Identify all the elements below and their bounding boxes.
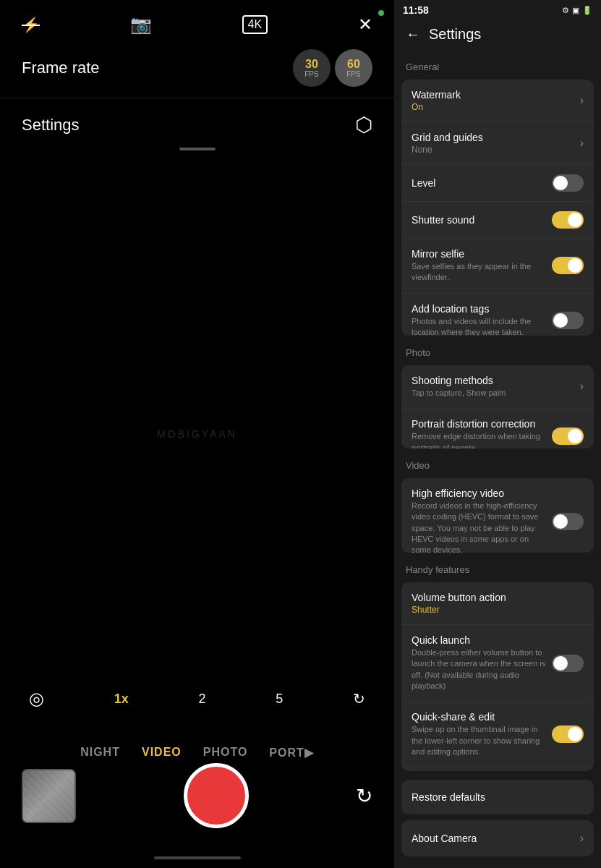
location-tags-info: Add location tags Photos and videos will…: [412, 303, 552, 336]
watermark-name: Watermark: [412, 89, 574, 101]
section-handy-label: Handy features: [394, 556, 601, 579]
signal-icon: ▣: [572, 6, 579, 15]
quick-share-item[interactable]: Quick-share & edit Swipe up on the thumb…: [401, 702, 594, 767]
frame-rate-label: Frame rate: [22, 59, 100, 77]
flip-camera-icon[interactable]: 📷: [130, 14, 152, 35]
shutter-sound-toggle-knob: [568, 213, 582, 227]
settings-status-icon: ⚙: [562, 6, 569, 15]
quick-share-toggle-knob: [568, 727, 582, 741]
quick-share-info: Quick-share & edit Swipe up on the thumb…: [412, 711, 552, 757]
mirror-selfie-toggle[interactable]: [552, 257, 584, 274]
volume-button-item[interactable]: Volume button action Shutter: [401, 582, 594, 625]
status-icons: ⚙ ▣ 🔋: [562, 6, 592, 15]
flip-icon[interactable]: ↻: [353, 690, 365, 707]
camera-flip-icon[interactable]: ↻: [356, 784, 372, 808]
mode-photo[interactable]: PHOTO: [203, 746, 248, 760]
drag-handle: [179, 148, 216, 150]
zoom-1x[interactable]: 1x: [114, 692, 129, 707]
quick-launch-info: Quick launch Double-press either volume …: [412, 634, 552, 692]
watermark-chevron: ›: [580, 94, 584, 107]
watermark-item[interactable]: Watermark On ›: [401, 80, 594, 122]
level-item[interactable]: Level: [401, 165, 594, 202]
video-card: High efficiency video Record videos in t…: [401, 478, 594, 553]
zoom-2x[interactable]: 2: [199, 692, 206, 707]
handy-card: Volume button action Shutter Quick launc…: [401, 582, 594, 771]
mode-video[interactable]: VIDEO: [142, 746, 182, 760]
high-efficiency-desc: Record videos in the high-efficiency vid…: [412, 501, 546, 553]
back-button[interactable]: ←: [406, 26, 420, 43]
mirror-selfie-name: Mirror selfie: [412, 248, 546, 260]
camera-top-bar: ⚡ 📷 4K ✕: [0, 0, 394, 42]
mode-night[interactable]: NIGHT: [80, 746, 120, 760]
restore-defaults-item[interactable]: Restore defaults: [401, 780, 594, 814]
high-efficiency-toggle-knob: [553, 514, 568, 529]
high-efficiency-toggle[interactable]: [552, 513, 584, 530]
restore-defaults-card[interactable]: Restore defaults: [401, 780, 594, 814]
grid-guides-info: Grid and guides None: [412, 132, 580, 155]
shutter-sound-info: Shutter sound: [412, 214, 552, 226]
camera-panel: ⚡ 📷 4K ✕ Frame rate 30 FPS 60 FPS Settin…: [0, 0, 394, 868]
high-efficiency-item[interactable]: High efficiency video Record videos in t…: [401, 478, 594, 553]
general-card: Watermark On › Grid and guides None › Le…: [401, 80, 594, 336]
fps-30-unit: FPS: [304, 70, 318, 78]
mode-portrait[interactable]: PORT▶: [269, 746, 313, 760]
restore-defaults-label: Restore defaults: [412, 791, 485, 803]
mirror-selfie-item[interactable]: Mirror selfie Save selfies as they appea…: [401, 239, 594, 294]
grid-guides-value: None: [412, 145, 574, 155]
shutter-sound-item[interactable]: Shutter sound: [401, 202, 594, 239]
photo-card: Shooting methods Tap to capture, Show pa…: [401, 365, 594, 448]
portrait-distortion-toggle[interactable]: [552, 427, 584, 445]
shooting-methods-chevron: ›: [580, 380, 584, 393]
dirty-lens-item[interactable]: Show dirty lens warning: [401, 768, 594, 771]
shooting-methods-item[interactable]: Shooting methods Tap to capture, Show pa…: [401, 365, 594, 409]
quick-launch-desc: Double-press either volume button to lau…: [412, 647, 546, 692]
status-time: 11:58: [403, 4, 429, 16]
about-camera-item[interactable]: About Camera ›: [401, 820, 594, 856]
quick-launch-toggle-knob: [553, 656, 568, 671]
portrait-distortion-info: Portrait distortion correction Remove ed…: [412, 418, 552, 448]
shutter-sound-toggle[interactable]: [552, 211, 584, 229]
fps-30-value: 30: [305, 59, 318, 70]
about-camera-card[interactable]: About Camera ›: [401, 820, 594, 856]
grid-guides-name: Grid and guides: [412, 132, 574, 143]
about-camera-label: About Camera: [412, 833, 477, 844]
quick-launch-toggle[interactable]: [552, 655, 584, 672]
location-tags-toggle-knob: [553, 313, 568, 328]
shooting-methods-info: Shooting methods Tap to capture, Show pa…: [412, 375, 580, 399]
portrait-distortion-toggle-knob: [568, 429, 582, 443]
fps-60-button[interactable]: 60 FPS: [335, 49, 372, 87]
quick-launch-name: Quick launch: [412, 634, 546, 646]
camera-controls: ↻: [0, 763, 394, 828]
grid-guides-item[interactable]: Grid and guides None ›: [401, 122, 594, 165]
battery-icon: 🔋: [582, 6, 592, 15]
settings-gear-icon[interactable]: ⬡: [355, 113, 372, 137]
grid-guides-chevron: ›: [580, 137, 584, 150]
location-tags-desc: Photos and videos will include the locat…: [412, 316, 546, 336]
thumbnail[interactable]: [22, 769, 76, 823]
level-toggle[interactable]: [552, 174, 584, 192]
watermark: MOBIGYAAN: [157, 428, 237, 440]
close-icon[interactable]: ✕: [358, 14, 372, 35]
location-tags-toggle[interactable]: [552, 312, 584, 329]
fps-30-button[interactable]: 30 FPS: [293, 49, 331, 87]
settings-label: Settings: [22, 116, 80, 135]
quick-launch-item[interactable]: Quick launch Double-press either volume …: [401, 625, 594, 702]
zoom-5x[interactable]: 5: [276, 692, 283, 707]
fps-60-value: 60: [347, 59, 360, 70]
mirror-selfie-desc: Save selfies as they appear in the viewf…: [412, 261, 546, 284]
about-camera-chevron: ›: [580, 832, 584, 845]
location-tags-item[interactable]: Add location tags Photos and videos will…: [401, 294, 594, 336]
mirror-selfie-info: Mirror selfie Save selfies as they appea…: [412, 248, 552, 284]
portrait-distortion-item[interactable]: Portrait distortion correction Remove ed…: [401, 409, 594, 448]
level-info: Level: [412, 177, 552, 189]
volume-button-info: Volume button action Shutter: [412, 592, 584, 615]
quick-share-toggle[interactable]: [552, 726, 584, 743]
aperture-icon: ◎: [29, 689, 44, 709]
shutter-sound-name: Shutter sound: [412, 214, 546, 226]
portrait-distortion-desc: Remove edge distortion when taking portr…: [412, 431, 546, 448]
shutter-button[interactable]: [184, 763, 249, 828]
level-name: Level: [412, 177, 546, 189]
flash-icon[interactable]: ⚡: [22, 16, 40, 33]
watermark-info: Watermark On: [412, 89, 580, 112]
quality-icon[interactable]: 4K: [242, 15, 268, 34]
